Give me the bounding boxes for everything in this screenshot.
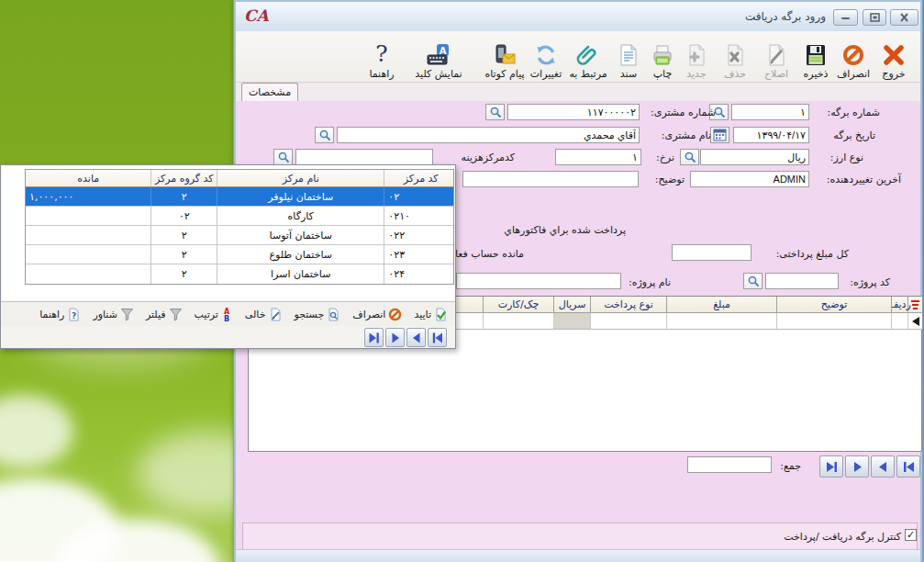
project-lookup-button[interactable] bbox=[743, 273, 763, 289]
exit-button[interactable]: خروج bbox=[873, 34, 915, 80]
titlebar[interactable]: CA ورود برگه دریافت bbox=[236, 2, 920, 31]
col-center-code[interactable]: کد مرکز bbox=[384, 170, 453, 186]
voucher-date-field[interactable] bbox=[733, 127, 809, 143]
nav-next-button[interactable] bbox=[385, 328, 405, 347]
customer-no-field[interactable] bbox=[507, 104, 640, 120]
cell-balance[interactable] bbox=[26, 207, 151, 225]
cell-group[interactable]: ۲ bbox=[151, 226, 217, 244]
nav-prev-button[interactable] bbox=[406, 328, 426, 347]
customer-no-lookup-button[interactable] bbox=[485, 104, 505, 120]
cell-group[interactable]: ۲ bbox=[151, 245, 217, 264]
cell-group[interactable]: ۰۲ bbox=[151, 207, 217, 225]
new-button[interactable]: جدید bbox=[675, 34, 718, 80]
cell-balance[interactable] bbox=[26, 226, 151, 244]
project-code-field[interactable] bbox=[765, 273, 839, 289]
grid-col-amount[interactable]: مبلغ bbox=[667, 297, 777, 313]
nav-prev-button[interactable] bbox=[871, 455, 895, 478]
cell-code[interactable]: ۰۲ bbox=[384, 187, 453, 206]
grid-col-check-card[interactable]: چک/کارت bbox=[484, 297, 554, 313]
related-button[interactable]: مرتبط به bbox=[563, 34, 613, 80]
project-name-field[interactable] bbox=[456, 273, 621, 289]
table-row[interactable]: ۲ ساختمان طلوع ۰۲۳ bbox=[26, 245, 453, 264]
float-button[interactable]: شناور bbox=[93, 308, 134, 321]
table-row[interactable]: ۰۲ کارگاه ۰۲۱۰ bbox=[26, 207, 453, 226]
cost-center-field[interactable] bbox=[295, 149, 433, 165]
grid-cell[interactable] bbox=[777, 313, 892, 330]
grid-cell-serial[interactable] bbox=[554, 313, 591, 330]
showkey-button[interactable]: A نمایش کلید bbox=[408, 34, 469, 80]
cell-group[interactable]: ۲ bbox=[151, 264, 217, 284]
grid-col-description[interactable]: توضیح bbox=[777, 297, 892, 313]
help-page-icon: ? bbox=[67, 308, 81, 321]
cell-name[interactable]: ساختمان آتوسا bbox=[217, 226, 384, 244]
delete-button[interactable]: حذف bbox=[714, 34, 756, 80]
search-lookup-button[interactable]: جستجو bbox=[295, 308, 341, 321]
customer-name-lookup-button[interactable] bbox=[315, 127, 334, 143]
cell-name[interactable]: ساختمان طلوع bbox=[217, 245, 384, 264]
cost-center-table[interactable]: مانده کد گروه مرکز نام مرکز کد مرکز ۱,۰۰… bbox=[25, 169, 454, 285]
total-paid-field[interactable] bbox=[672, 244, 751, 261]
cell-group[interactable]: ۲ bbox=[151, 187, 217, 206]
grid-row-marker bbox=[908, 313, 922, 330]
cancel-lookup-button[interactable]: انصراف bbox=[352, 308, 402, 321]
minimize-button[interactable] bbox=[833, 9, 858, 26]
nav-last-button[interactable] bbox=[819, 455, 843, 478]
lookup-help-button[interactable]: ? راهنما bbox=[39, 308, 81, 321]
currency-lookup-button[interactable] bbox=[680, 149, 699, 165]
cancel-button[interactable]: انصراف bbox=[832, 34, 874, 80]
cost-center-lookup-button[interactable] bbox=[273, 149, 293, 165]
sort-button[interactable]: AB ترتیب bbox=[195, 308, 233, 321]
help-button[interactable]: ? راهنما bbox=[359, 34, 405, 80]
customer-name-field[interactable] bbox=[337, 127, 640, 143]
edit-button[interactable]: اصلاح bbox=[755, 34, 797, 80]
table-row[interactable]: ۲ ساختمان آتوسا ۰۲۲ bbox=[26, 226, 453, 245]
grid-cell[interactable] bbox=[667, 313, 777, 330]
cell-balance[interactable]: ۱,۰۰۰,۰۰۰ bbox=[26, 187, 151, 206]
document-button[interactable]: سند bbox=[610, 34, 647, 80]
cell-balance[interactable] bbox=[26, 264, 151, 284]
sum-field[interactable] bbox=[687, 456, 772, 473]
confirm-button[interactable]: تایید bbox=[414, 308, 448, 321]
cell-name[interactable]: ساختمان نیلوفر bbox=[217, 187, 384, 206]
cell-code[interactable]: ۰۲۳ bbox=[384, 245, 453, 264]
toolbar: خروج انصراف ذخیره اصلاح حذف جدید چاپ سن bbox=[236, 31, 920, 83]
note-field[interactable] bbox=[462, 171, 639, 187]
table-row[interactable]: ۲ ساختمان اسرا ۰۲۴ bbox=[26, 264, 453, 284]
last-modifier-field[interactable] bbox=[690, 171, 809, 187]
nav-first-button[interactable] bbox=[896, 455, 920, 478]
clear-button[interactable]: خالی bbox=[245, 308, 283, 321]
close-button[interactable] bbox=[890, 9, 918, 26]
nav-first-button[interactable] bbox=[428, 328, 447, 347]
maximize-button[interactable] bbox=[863, 9, 886, 26]
nav-last-button[interactable] bbox=[364, 328, 384, 347]
search-page-icon bbox=[327, 308, 340, 321]
print-button[interactable]: چاپ bbox=[644, 34, 681, 80]
table-row[interactable]: ۱,۰۰۰,۰۰۰ ۲ ساختمان نیلوفر ۰۲ bbox=[26, 187, 453, 207]
cell-name[interactable]: کارگاه bbox=[217, 207, 384, 225]
save-button[interactable]: ذخیره bbox=[795, 34, 837, 80]
cell-code[interactable]: ۰۲۴ bbox=[384, 264, 453, 284]
cell-name[interactable]: ساختمان اسرا bbox=[217, 264, 384, 284]
tab-specifications[interactable]: مشخصات bbox=[241, 83, 298, 101]
grid-col-row-no[interactable]: ردیف bbox=[892, 297, 908, 313]
col-balance[interactable]: مانده bbox=[26, 170, 151, 186]
grid-col-serial[interactable]: سریال bbox=[554, 297, 591, 313]
grid-cell[interactable] bbox=[484, 313, 554, 330]
cell-code[interactable]: ۰۲۲ bbox=[384, 226, 453, 244]
calendar-button[interactable] bbox=[710, 127, 729, 143]
voucher-no-field[interactable] bbox=[731, 104, 809, 120]
cell-code[interactable]: ۰۲۱۰ bbox=[384, 207, 453, 225]
grid-cell[interactable] bbox=[892, 313, 908, 330]
edit-icon bbox=[764, 40, 788, 67]
sms-button[interactable]: پیام کوتاه bbox=[477, 34, 532, 80]
col-group-code[interactable]: کد گروه مرکز bbox=[151, 170, 217, 186]
rate-field[interactable] bbox=[555, 149, 641, 165]
cell-balance[interactable] bbox=[26, 245, 151, 264]
control-checkbox[interactable]: ✓ bbox=[905, 529, 917, 541]
grid-col-payment-type[interactable]: نوع پرداخت bbox=[591, 297, 667, 313]
nav-next-button[interactable] bbox=[845, 455, 869, 478]
filter-button[interactable]: فیلتر bbox=[146, 308, 183, 321]
col-center-name[interactable]: نام مرکز bbox=[217, 170, 384, 186]
currency-field[interactable] bbox=[700, 149, 809, 165]
grid-cell[interactable] bbox=[591, 313, 667, 330]
